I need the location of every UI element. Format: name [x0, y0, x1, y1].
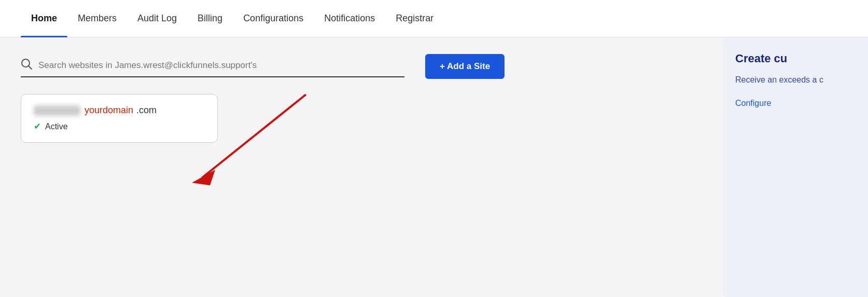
- search-input[interactable]: [38, 60, 404, 71]
- right-panel: Create cu Receive an exceeds a c Configu…: [723, 37, 868, 297]
- domain-name-row: yourdomain .com: [34, 105, 205, 116]
- left-section: + Add a Site yourdomain .com ✔ Active: [21, 58, 519, 143]
- right-panel-title: Create cu: [735, 52, 856, 65]
- domain-highlight: yourdomain: [85, 105, 133, 116]
- add-site-button[interactable]: + Add a Site: [425, 54, 505, 79]
- domain-blurred-prefix: [34, 105, 80, 116]
- status-row: ✔ Active: [34, 121, 205, 132]
- svg-line-1: [29, 66, 32, 69]
- nav-item-members[interactable]: Members: [67, 0, 127, 37]
- nav-item-configurations[interactable]: Configurations: [233, 0, 314, 37]
- search-row: + Add a Site: [21, 58, 519, 94]
- nav-item-notifications[interactable]: Notifications: [314, 0, 385, 37]
- status-text: Active: [45, 122, 68, 131]
- nav-item-registrar[interactable]: Registrar: [385, 0, 444, 37]
- nav-item-billing[interactable]: Billing: [187, 0, 233, 37]
- nav-item-audit-log[interactable]: Audit Log: [127, 0, 187, 37]
- svg-marker-3: [192, 170, 215, 185]
- configure-link[interactable]: Configure: [735, 99, 771, 107]
- checkmark-icon: ✔: [34, 121, 41, 132]
- domain-tld: .com: [136, 105, 157, 116]
- domain-card[interactable]: yourdomain .com ✔ Active: [21, 94, 218, 143]
- nav-bar: Home Members Audit Log Billing Configura…: [0, 0, 868, 37]
- search-icon: [21, 58, 32, 72]
- main-content: + Add a Site yourdomain .com ✔ Active Cr…: [0, 37, 868, 143]
- right-panel-description: Receive an exceeds a c: [735, 74, 856, 86]
- nav-item-home[interactable]: Home: [21, 0, 67, 37]
- search-bar: [21, 58, 404, 77]
